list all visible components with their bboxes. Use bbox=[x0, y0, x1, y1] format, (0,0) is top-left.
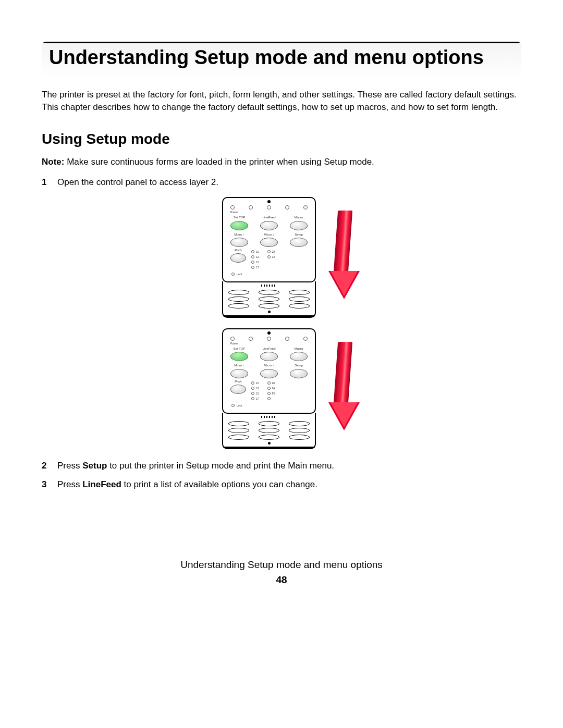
power-label: Power bbox=[227, 342, 311, 346]
steps-list: Open the control panel to access layer 2… bbox=[42, 176, 521, 490]
pitch-button-icon bbox=[230, 385, 246, 394]
led-icon bbox=[251, 387, 254, 390]
microdn-button-icon bbox=[260, 369, 278, 378]
btn-label-microdn: Micro ↓ bbox=[264, 363, 274, 367]
led-icon bbox=[251, 392, 254, 395]
pitch-20: 20 bbox=[272, 250, 275, 254]
pitch-24: 24 bbox=[272, 255, 275, 259]
pitch-15: 15 bbox=[256, 392, 259, 396]
btn-label-setup: Setup bbox=[295, 363, 303, 367]
note-label: Note: bbox=[42, 157, 64, 167]
section-heading: Using Setup mode bbox=[42, 129, 521, 149]
pitch-24: 24 bbox=[272, 387, 275, 390]
figure-group: Power Set TOF LineFeed Macro Micro ↑ Mic… bbox=[57, 197, 521, 449]
intro-paragraph: The printer is preset at the factory for… bbox=[42, 89, 521, 114]
pitch-12: 12 bbox=[256, 255, 259, 259]
page-title: Understanding Setup mode and menu option… bbox=[42, 42, 521, 78]
led-icon bbox=[267, 205, 271, 209]
step-2-pre: Press bbox=[57, 461, 82, 471]
btn-label-settof: Set TOF bbox=[234, 215, 245, 219]
led-icon bbox=[303, 205, 308, 209]
pitch-ps: PS bbox=[272, 392, 276, 396]
btn-label-macro: Macro bbox=[295, 215, 303, 219]
led-icon bbox=[231, 404, 235, 407]
step-1: Open the control panel to access layer 2… bbox=[42, 176, 521, 449]
figure-1: Power Set TOF LineFeed Macro Micro ↑ Mic… bbox=[222, 197, 357, 318]
led-icon bbox=[249, 205, 253, 209]
settof-button-icon bbox=[230, 221, 248, 230]
led-icon bbox=[230, 337, 235, 341]
step-3-pre: Press bbox=[57, 479, 82, 489]
power-label: Power bbox=[227, 211, 311, 214]
pitch-17: 17 bbox=[256, 266, 259, 269]
microdn-button-icon bbox=[260, 238, 278, 247]
footer-page-number: 48 bbox=[42, 573, 521, 587]
btn-label-settof: Set TOF bbox=[234, 347, 245, 351]
down-arrow-icon bbox=[332, 342, 357, 436]
setup-button-icon bbox=[290, 369, 308, 378]
page-footer: Understanding Setup mode and menu option… bbox=[42, 558, 521, 587]
settof-button-icon bbox=[230, 352, 248, 361]
control-panel-illustration: Power Set TOF LineFeed Macro Micro ↑ Mic… bbox=[222, 197, 316, 318]
btn-label-setup: Setup bbox=[295, 232, 303, 237]
led-icon bbox=[249, 337, 253, 341]
step-2-post: to put the printer in Setup mode and pri… bbox=[107, 461, 334, 471]
pitch-17: 17 bbox=[256, 397, 259, 401]
led-icon bbox=[267, 387, 271, 390]
led-icon bbox=[267, 337, 271, 341]
btn-label-microup: Micro ↑ bbox=[234, 232, 244, 237]
lock-label: Lock bbox=[237, 273, 242, 276]
led-icon bbox=[285, 205, 289, 209]
led-icon bbox=[251, 381, 254, 385]
step-3-post: to print a list of available options you… bbox=[121, 479, 317, 489]
pitch-20: 20 bbox=[272, 381, 275, 385]
pitch-15: 15 bbox=[256, 261, 259, 264]
microup-button-icon bbox=[230, 238, 248, 247]
macro-button-icon bbox=[290, 221, 308, 230]
panel-tray bbox=[222, 281, 316, 318]
led-icon bbox=[267, 397, 271, 400]
step-2: Press Setup to put the printer in Setup … bbox=[42, 460, 521, 472]
btn-label-linefeed: LineFeed bbox=[262, 215, 275, 219]
pitch-button-icon bbox=[230, 253, 246, 263]
note-body: Make sure continuous forms are loaded in… bbox=[64, 157, 374, 167]
led-icon bbox=[251, 250, 254, 253]
macro-button-icon bbox=[290, 352, 308, 361]
btn-label-microup: Micro ↑ bbox=[234, 363, 244, 367]
led-icon bbox=[251, 397, 254, 400]
btn-label-macro: Macro bbox=[295, 347, 303, 351]
lock-label: Lock bbox=[237, 404, 242, 408]
led-icon bbox=[267, 381, 271, 385]
microup-button-icon bbox=[230, 369, 248, 378]
setup-button-icon bbox=[290, 238, 308, 247]
led-icon bbox=[303, 337, 308, 341]
figure-2: Power Set TOF LineFeed Macro Micro ↑ Mic… bbox=[222, 328, 357, 449]
step-1-text: Open the control panel to access layer 2… bbox=[57, 177, 218, 187]
note-paragraph: Note: Make sure continuous forms are loa… bbox=[42, 156, 521, 168]
down-arrow-icon bbox=[332, 211, 357, 304]
pitch-12: 12 bbox=[256, 387, 259, 390]
led-icon bbox=[251, 261, 254, 264]
linefeed-button-icon bbox=[260, 352, 278, 361]
led-icon bbox=[231, 273, 235, 276]
panel-tray bbox=[222, 413, 316, 449]
linefeed-button-icon bbox=[260, 221, 278, 230]
btn-label-linefeed: LineFeed bbox=[262, 347, 275, 351]
led-icon bbox=[251, 266, 254, 269]
btn-label-pitch: Pitch bbox=[235, 248, 241, 252]
led-icon bbox=[267, 392, 271, 395]
led-icon bbox=[285, 337, 289, 341]
step-2-key: Setup bbox=[82, 461, 107, 471]
btn-label-pitch: Pitch bbox=[235, 379, 241, 384]
pitch-10: 10 bbox=[256, 250, 259, 254]
btn-label-microdn: Micro ↓ bbox=[264, 232, 274, 237]
led-icon bbox=[230, 205, 235, 209]
control-panel-illustration: Power Set TOF LineFeed Macro Micro ↑ Mic… bbox=[222, 328, 316, 449]
step-3-key: LineFeed bbox=[82, 479, 121, 489]
led-icon bbox=[267, 250, 271, 253]
pitch-10: 10 bbox=[256, 381, 259, 385]
step-3: Press LineFeed to print a list of availa… bbox=[42, 478, 521, 491]
led-icon bbox=[251, 255, 254, 258]
led-icon bbox=[267, 255, 271, 258]
footer-title: Understanding Setup mode and menu option… bbox=[42, 558, 521, 572]
